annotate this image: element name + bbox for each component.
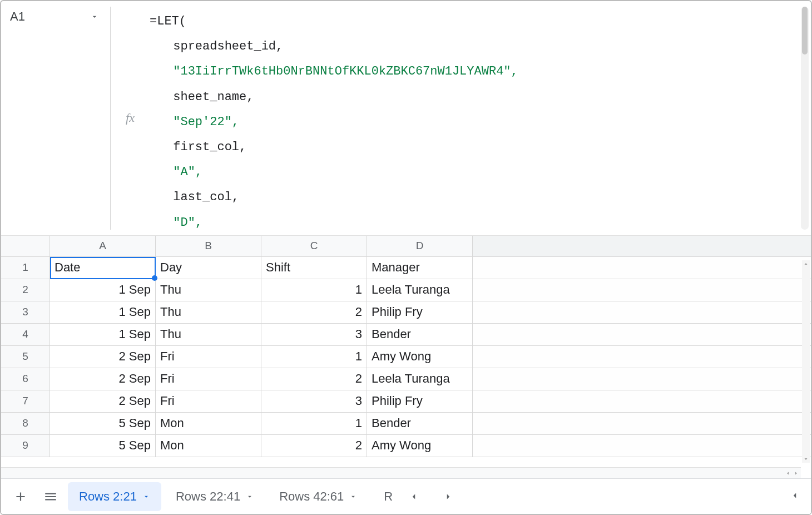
cell-D4[interactable]: Bender	[367, 324, 473, 346]
col-header-B[interactable]: B	[156, 236, 261, 256]
cell-B9[interactable]: Mon	[156, 435, 261, 457]
cell-B4[interactable]: Thu	[156, 324, 261, 346]
formula-scrollbar[interactable]	[801, 7, 809, 230]
side-panel-toggle[interactable]	[790, 491, 800, 503]
row-header[interactable]: 7	[1, 390, 50, 413]
tab-nav-prev[interactable]	[404, 487, 424, 507]
chevron-right-icon	[443, 492, 453, 502]
cell-rest	[473, 257, 811, 279]
sheet-tab-overflow-label: R	[384, 489, 393, 504]
table-row: 41 SepThu3Bender	[1, 324, 811, 346]
cell-D1[interactable]: Manager	[367, 257, 473, 279]
row-header[interactable]: 9	[1, 435, 50, 457]
cell-D2[interactable]: Leela Turanga	[367, 279, 473, 301]
cell-D7[interactable]: Philip Fry	[367, 390, 473, 413]
cell-B6[interactable]: Fri	[156, 368, 261, 390]
grid-rows: 1DateDayShiftManager21 SepThu1Leela Tura…	[1, 257, 811, 457]
scroll-left-icon[interactable]	[785, 468, 791, 478]
cell-A5[interactable]: 2 Sep	[50, 346, 156, 368]
cell-rest	[473, 346, 811, 368]
col-header-rest	[473, 236, 811, 256]
sheet-tab[interactable]: Rows 42:61	[268, 482, 368, 511]
cell-C6[interactable]: 2	[261, 368, 367, 390]
chevron-down-icon	[90, 12, 99, 21]
cell-C8[interactable]: 1	[261, 413, 367, 435]
cell-rest	[473, 413, 811, 435]
cell-B1[interactable]: Day	[156, 257, 261, 279]
all-sheets-button[interactable]	[38, 484, 63, 509]
row-header[interactable]: 5	[1, 346, 50, 368]
cell-B3[interactable]: Thu	[156, 301, 261, 324]
col-header-C[interactable]: C	[261, 236, 367, 256]
cell-A7[interactable]: 2 Sep	[50, 390, 156, 413]
select-all-corner[interactable]	[1, 236, 50, 256]
cell-A8[interactable]: 5 Sep	[50, 413, 156, 435]
row-header[interactable]: 8	[1, 413, 50, 435]
cell-D9[interactable]: Amy Wong	[367, 435, 473, 457]
row-header[interactable]: 1	[1, 257, 50, 279]
cell-C3[interactable]: 2	[261, 301, 367, 324]
name-box[interactable]: A1	[6, 7, 102, 27]
cell-A9[interactable]: 5 Sep	[50, 435, 156, 457]
cell-D5[interactable]: Amy Wong	[367, 346, 473, 368]
name-box-value: A1	[10, 9, 25, 24]
formula-bar: A1 fx =LET(spreadsheet_id,"13IiIrrTWk6tH…	[1, 1, 811, 236]
table-row: 21 SepThu1Leela Turanga	[1, 279, 811, 301]
formula-scrollbar-thumb[interactable]	[802, 7, 808, 55]
scroll-right-icon[interactable]	[793, 468, 799, 478]
app-frame: A1 fx =LET(spreadsheet_id,"13IiIrrTWk6tH…	[0, 0, 812, 515]
cell-A2[interactable]: 1 Sep	[50, 279, 156, 301]
cell-B8[interactable]: Mon	[156, 413, 261, 435]
chevron-down-icon	[246, 493, 254, 501]
vertical-scrollbar[interactable]	[802, 260, 810, 463]
cell-C1[interactable]: Shift	[261, 257, 367, 279]
sheet-tab-label: Rows 42:61	[279, 489, 344, 504]
cell-rest	[473, 324, 811, 346]
sheet-tab[interactable]: Rows 2:21	[68, 482, 161, 511]
tab-nav-next[interactable]	[438, 487, 458, 507]
table-row: 62 SepFri2Leela Turanga	[1, 368, 811, 390]
tab-nav	[404, 487, 458, 507]
cell-D8[interactable]: Bender	[367, 413, 473, 435]
chevron-left-icon	[790, 491, 800, 501]
cell-C4[interactable]: 3	[261, 324, 367, 346]
sheet-tab[interactable]: Rows 22:41	[165, 482, 265, 511]
col-header-A[interactable]: A	[50, 236, 156, 256]
cell-C5[interactable]: 1	[261, 346, 367, 368]
cell-C7[interactable]: 3	[261, 390, 367, 413]
cell-C2[interactable]: 1	[261, 279, 367, 301]
row-header[interactable]: 6	[1, 368, 50, 390]
grid: A B C D 1DateDayShiftManager21 SepThu1Le…	[1, 236, 811, 478]
cell-A6[interactable]: 2 Sep	[50, 368, 156, 390]
sheet-tab-bar: Rows 2:21Rows 22:41Rows 42:61 R	[1, 478, 811, 514]
cell-B5[interactable]: Fri	[156, 346, 261, 368]
scroll-up-icon[interactable]	[802, 260, 810, 268]
cell-D3[interactable]: Philip Fry	[367, 301, 473, 324]
cell-C9[interactable]: 2	[261, 435, 367, 457]
cell-B2[interactable]: Thu	[156, 279, 261, 301]
horizontal-scrollbar[interactable]	[1, 467, 801, 478]
row-header[interactable]: 4	[1, 324, 50, 346]
table-row: 1DateDayShiftManager	[1, 257, 811, 279]
cell-A1[interactable]: Date	[50, 257, 156, 279]
formula-input[interactable]: =LET(spreadsheet_id,"13IiIrrTWk6tHb0NrBN…	[150, 1, 811, 235]
cell-A4[interactable]: 1 Sep	[50, 324, 156, 346]
fx-icon: fx	[126, 111, 135, 125]
col-header-D[interactable]: D	[367, 236, 473, 256]
cell-D6[interactable]: Leela Turanga	[367, 368, 473, 390]
fx-icon-wrap: fx	[111, 1, 150, 235]
cell-rest	[473, 279, 811, 301]
cell-A3[interactable]: 1 Sep	[50, 301, 156, 324]
table-row: 72 SepFri3Philip Fry	[1, 390, 811, 413]
cell-B7[interactable]: Fri	[156, 390, 261, 413]
sheet-tab-overflow[interactable]: R	[373, 482, 395, 511]
row-header[interactable]: 2	[1, 279, 50, 301]
scroll-down-icon[interactable]	[802, 455, 810, 463]
menu-icon	[43, 489, 58, 504]
add-sheet-button[interactable]	[8, 484, 33, 509]
sheet-tabs: Rows 2:21Rows 22:41Rows 42:61	[68, 482, 368, 511]
row-header[interactable]: 3	[1, 301, 50, 324]
table-row: 31 SepThu2Philip Fry	[1, 301, 811, 324]
chevron-down-icon	[142, 493, 150, 501]
table-row: 85 SepMon1Bender	[1, 413, 811, 435]
